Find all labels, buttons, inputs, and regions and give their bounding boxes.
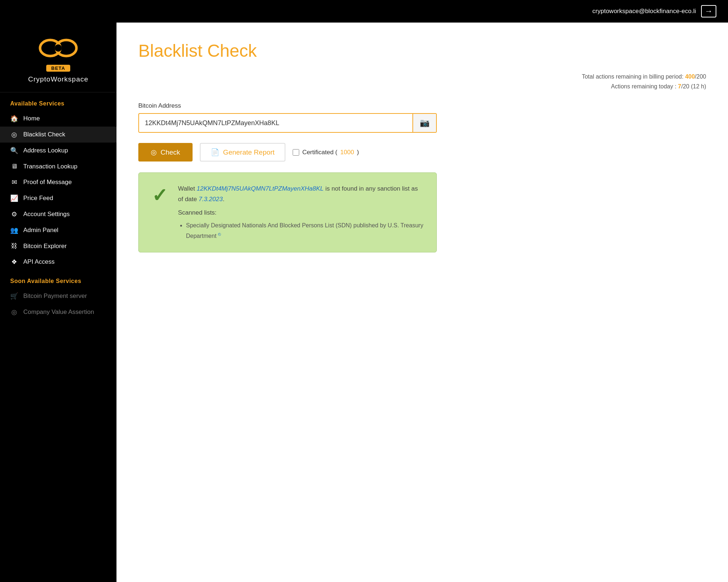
soon-services-label: Soon Available Services (0, 270, 116, 288)
certificated-label[interactable]: Certificated (1000) (293, 149, 359, 156)
main-content: Blacklist Check Total actions remaining … (116, 23, 728, 582)
address-lookup-icon: 🔍 (10, 147, 18, 155)
result-date: 7.3.2023 (199, 196, 223, 203)
transaction-lookup-icon: 🖥 (10, 163, 18, 170)
sidebar-item-home-label: Home (23, 115, 40, 122)
address-row: 📷 (138, 113, 437, 133)
layout: BETA CryptoWorkspace Available Services … (0, 23, 728, 582)
scanned-label: Scanned lists: (178, 208, 423, 218)
admin-icon: 👥 (10, 226, 18, 234)
brand-name: CryptoWorkspace (28, 75, 88, 83)
sidebar-item-explorer-label: Bitcoin Explorer (23, 243, 67, 250)
action-row: ◎ Check 📄 Generate Report Certificated (… (138, 143, 706, 162)
success-checkmark-icon: ✓ (152, 186, 168, 205)
price-feed-icon: 📈 (10, 194, 18, 202)
scanned-list-item: Specially Designated Nationals And Block… (186, 220, 423, 241)
sidebar-item-admin-label: Admin Panel (23, 227, 58, 234)
sidebar-item-blacklist-label: Blacklist Check (23, 131, 65, 138)
sidebar-item-admin-panel[interactable]: 👥 Admin Panel (0, 222, 116, 238)
camera-button[interactable]: 📷 (412, 114, 436, 132)
company-icon: ◎ (10, 308, 18, 316)
result-text: Wallet 12KKDt4Mj7N5UAkQMN7LtPZMayenXHa8K… (178, 184, 423, 241)
proof-icon: ✉ (10, 178, 18, 186)
svg-point-2 (55, 44, 62, 52)
sidebar-item-proof-label: Proof of Message (23, 179, 72, 186)
sidebar-item-api-access[interactable]: ❖ API Access (0, 254, 116, 270)
report-btn-label: Generate Report (223, 148, 275, 156)
page-title: Blacklist Check (138, 41, 706, 61)
sidebar-item-proof-of-message[interactable]: ✉ Proof of Message (0, 174, 116, 190)
billing-label-today: Actions remaining today : (611, 83, 676, 89)
home-icon: 🏠 (10, 115, 18, 123)
camera-icon: 📷 (420, 118, 430, 128)
sidebar-item-bitcoin-explorer[interactable]: ⛓ Bitcoin Explorer (0, 238, 116, 254)
billing-today-total: /20 (681, 83, 689, 89)
sidebar-item-price-label: Price Feed (23, 195, 53, 202)
external-link-icon[interactable]: ⎋ (218, 231, 221, 237)
sidebar-item-transaction-lookup[interactable]: 🖥 Transaction Lookup (0, 159, 116, 174)
billing-actions-total: /200 (695, 73, 706, 80)
sidebar-item-transaction-label: Transaction Lookup (23, 163, 78, 170)
wallet-address-link[interactable]: 12KKDt4Mj7N5UAkQMN7LtPZMayenXHa8KL (197, 185, 324, 192)
cert-count: 1000 (340, 149, 354, 156)
sidebar-item-payment-label: Bitcoin Payment server (23, 292, 87, 300)
generate-report-button[interactable]: 📄 Generate Report (200, 143, 286, 162)
sidebar-item-account-settings[interactable]: ⚙ Account Settings (0, 206, 116, 222)
beta-badge: BETA (46, 65, 70, 72)
settings-icon: ⚙ (10, 210, 18, 218)
certificated-checkbox[interactable] (293, 149, 299, 156)
sidebar-item-api-label: API Access (23, 258, 55, 266)
report-btn-icon: 📄 (211, 148, 219, 156)
sidebar-item-bitcoin-payment: 🛒 Bitcoin Payment server (0, 288, 116, 304)
api-icon: ❖ (10, 258, 18, 266)
sidebar: BETA CryptoWorkspace Available Services … (0, 23, 116, 582)
billing-actions-used: 400 (685, 73, 695, 80)
bitcoin-address-input[interactable] (139, 114, 412, 132)
logo-area: BETA CryptoWorkspace (0, 23, 116, 92)
sidebar-item-company-value: ◎ Company Value Assertion (0, 304, 116, 320)
blacklist-check-icon: ◎ (10, 131, 18, 139)
user-email: cryptoworkspace@blockfinance-eco.li (592, 8, 696, 15)
billing-label-actions: Total actions remaining in billing perio… (582, 73, 683, 80)
topbar: cryptoworkspace@blockfinance-eco.li → (0, 0, 728, 23)
result-box: ✓ Wallet 12KKDt4Mj7N5UAkQMN7LtPZMayenXHa… (138, 172, 437, 252)
check-btn-icon: ◎ (151, 148, 157, 156)
sidebar-item-blacklist-check[interactable]: ◎ Blacklist Check (0, 127, 116, 143)
billing-today-used: 7 (678, 83, 681, 89)
sidebar-item-price-feed[interactable]: 📈 Price Feed (0, 190, 116, 206)
billing-today-extra: (12 h) (691, 83, 706, 89)
brand-logo (36, 33, 80, 63)
sidebar-item-settings-label: Account Settings (23, 211, 70, 218)
check-button[interactable]: ◎ Check (138, 143, 193, 162)
payment-icon: 🛒 (10, 292, 18, 300)
sidebar-item-address-lookup[interactable]: 🔍 Address Lookup (0, 143, 116, 159)
logout-button[interactable]: → (701, 5, 716, 17)
available-services-label: Available Services (0, 92, 116, 111)
sidebar-item-home[interactable]: 🏠 Home (0, 111, 116, 127)
check-btn-label: Check (161, 148, 180, 156)
billing-info: Total actions remaining in billing perio… (138, 72, 706, 91)
sidebar-item-address-label: Address Lookup (23, 147, 68, 154)
address-field-label: Bitcoin Address (138, 102, 706, 109)
explorer-icon: ⛓ (10, 242, 18, 250)
sidebar-item-company-label: Company Value Assertion (23, 308, 94, 316)
result-wallet-label: Wallet (178, 185, 197, 192)
